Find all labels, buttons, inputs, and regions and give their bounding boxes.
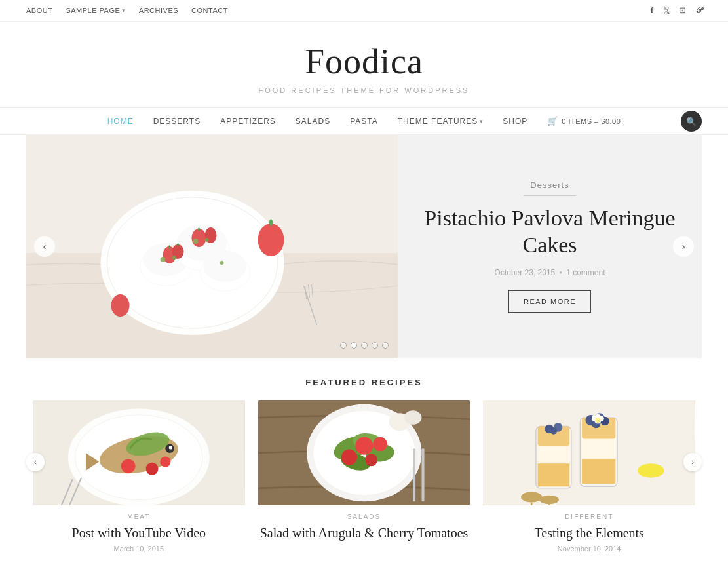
featured-image-1[interactable] bbox=[33, 400, 245, 505]
svg-point-17 bbox=[205, 238, 209, 242]
featured-recipes-section: FEATURED RECIPES ‹ bbox=[0, 358, 728, 566]
site-header: Foodica FOOD RECIPES THEME FOR WORDPRESS bbox=[0, 22, 728, 107]
svg-point-19 bbox=[258, 224, 284, 256]
cart-widget[interactable]: 🛒 0 ITEMS – $0.00 bbox=[547, 116, 621, 127]
nav-about[interactable]: ABOUT bbox=[26, 7, 52, 14]
featured-date-3: November 10, 2014 bbox=[483, 545, 695, 553]
svg-point-47 bbox=[365, 454, 377, 466]
nav-desserts[interactable]: DESSERTS bbox=[153, 117, 201, 126]
hero-image bbox=[26, 135, 398, 358]
fish-illustration bbox=[33, 400, 245, 505]
hero-title: Pistachio Pavlova Meringue Cakes bbox=[424, 205, 676, 259]
svg-rect-55 bbox=[538, 444, 570, 464]
slider-dot-3[interactable] bbox=[361, 342, 368, 349]
search-icon: 🔍 bbox=[686, 117, 697, 127]
nav-theme-features[interactable]: THEME FEATURES bbox=[398, 117, 478, 126]
featured-next-button[interactable]: › bbox=[683, 453, 702, 471]
hero-slider: ‹ bbox=[26, 135, 702, 358]
slider-next-button[interactable]: › bbox=[673, 236, 694, 257]
nav-salads[interactable]: SALADS bbox=[296, 117, 330, 126]
instagram-icon[interactable]: ⊡ bbox=[679, 5, 687, 16]
site-tagline: FOOD RECIPES THEME FOR WORDPRESS bbox=[13, 87, 715, 94]
featured-item-1: MEAT Post with YouTube Video March 10, 2… bbox=[26, 400, 252, 553]
svg-point-18 bbox=[220, 261, 224, 265]
featured-title-2[interactable]: Salad with Arugula & Cherry Tomatoes bbox=[258, 524, 470, 541]
top-navigation: ABOUT SAMPLE PAGE ▾ ARCHIVES CONTACT f 𝕏… bbox=[0, 0, 728, 22]
svg-point-33 bbox=[146, 463, 159, 475]
svg-point-32 bbox=[121, 459, 136, 473]
nav-appetizers[interactable]: APPETIZERS bbox=[220, 117, 276, 126]
featured-item-2: SALADS Salad with Arugula & Cherry Tomat… bbox=[252, 400, 477, 553]
nav-pasta[interactable]: PASTA bbox=[350, 117, 378, 126]
food-art-fish bbox=[33, 400, 245, 505]
featured-title-1[interactable]: Post with YouTube Video bbox=[33, 524, 245, 541]
svg-point-16 bbox=[193, 239, 199, 244]
svg-point-74 bbox=[521, 492, 542, 502]
hero-read-more-button[interactable]: READ MORE bbox=[508, 290, 591, 313]
hero-content: Desserts Pistachio Pavlova Meringue Cake… bbox=[398, 135, 702, 358]
theme-features-dropdown-icon: ▾ bbox=[480, 118, 483, 125]
nav-archives[interactable]: ARCHIVES bbox=[139, 7, 178, 14]
hero-meta: October 23, 2015 ● 1 comment bbox=[495, 268, 605, 277]
hero-comments: 1 comment bbox=[566, 268, 605, 277]
svg-point-76 bbox=[540, 496, 560, 504]
nav-shop[interactable]: SHOP bbox=[503, 117, 527, 126]
svg-rect-54 bbox=[538, 461, 570, 486]
slider-dot-2[interactable] bbox=[351, 342, 357, 349]
slider-dot-5[interactable] bbox=[382, 342, 389, 349]
food-art-dessert bbox=[483, 400, 695, 505]
hero-image-wrapper bbox=[26, 135, 398, 358]
featured-title-3[interactable]: Testing the Elements bbox=[483, 524, 695, 541]
svg-point-12 bbox=[192, 229, 206, 247]
svg-point-20 bbox=[111, 294, 130, 317]
featured-category-3: DIFFERENT bbox=[483, 513, 695, 520]
hero-category: Desserts bbox=[524, 180, 576, 196]
sample-page-dropdown-icon: ▾ bbox=[122, 7, 126, 14]
svg-point-34 bbox=[160, 456, 170, 467]
twitter-icon[interactable]: 𝕏 bbox=[663, 6, 670, 16]
nav-home[interactable]: HOME bbox=[107, 117, 134, 126]
svg-point-46 bbox=[373, 437, 387, 452]
featured-category-2: SALADS bbox=[258, 513, 470, 520]
svg-point-59 bbox=[550, 427, 558, 435]
svg-point-49 bbox=[404, 410, 421, 425]
top-nav-links: ABOUT SAMPLE PAGE ▾ ARCHIVES CONTACT bbox=[26, 7, 228, 14]
svg-rect-51 bbox=[421, 448, 424, 501]
site-title: Foodica bbox=[13, 41, 715, 84]
featured-image-2[interactable] bbox=[258, 400, 470, 505]
slider-dot-4[interactable] bbox=[372, 342, 378, 349]
svg-point-44 bbox=[355, 437, 373, 455]
nav-contact[interactable]: CONTACT bbox=[191, 7, 228, 14]
cart-icon: 🛒 bbox=[547, 116, 558, 127]
pinterest-icon[interactable]: 𝒫 bbox=[696, 5, 702, 16]
slider-prev-button[interactable]: ‹ bbox=[34, 236, 55, 257]
hero-illustration bbox=[26, 135, 398, 358]
featured-section-title: FEATURED RECIPES bbox=[26, 378, 702, 387]
svg-point-14 bbox=[161, 257, 166, 262]
featured-image-3[interactable] bbox=[483, 400, 695, 505]
slider-dots bbox=[340, 342, 389, 349]
cart-label: 0 ITEMS – $0.00 bbox=[562, 117, 621, 125]
social-links: f 𝕏 ⊡ 𝒫 bbox=[651, 5, 702, 16]
dessert-illustration bbox=[483, 400, 695, 505]
nav-sample-page[interactable]: SAMPLE PAGE bbox=[66, 7, 120, 14]
main-navigation: HOME DESSERTS APPETIZERS SALADS PASTA TH… bbox=[0, 107, 728, 135]
svg-rect-62 bbox=[582, 437, 615, 459]
featured-category-1: MEAT bbox=[33, 513, 245, 520]
nav-theme-features-wrapper: THEME FEATURES ▾ bbox=[398, 117, 483, 126]
featured-prev-button[interactable]: ‹ bbox=[26, 453, 45, 471]
slider-dot-1[interactable] bbox=[340, 342, 347, 349]
salad-illustration bbox=[258, 400, 470, 505]
featured-recipes-grid: ‹ bbox=[26, 400, 702, 553]
featured-date-1: March 10, 2015 bbox=[33, 545, 245, 553]
facebook-icon[interactable]: f bbox=[651, 5, 654, 16]
svg-rect-50 bbox=[413, 448, 415, 501]
nav-sample-page-wrapper: SAMPLE PAGE ▾ bbox=[66, 7, 125, 14]
featured-item-3: DIFFERENT Testing the Elements November … bbox=[476, 400, 702, 553]
search-button[interactable]: 🔍 bbox=[681, 111, 702, 132]
svg-rect-61 bbox=[582, 457, 615, 484]
hero-date: October 23, 2015 bbox=[495, 268, 556, 277]
svg-point-73 bbox=[638, 463, 664, 478]
svg-point-45 bbox=[341, 450, 356, 465]
hero-meta-separator: ● bbox=[559, 269, 562, 275]
